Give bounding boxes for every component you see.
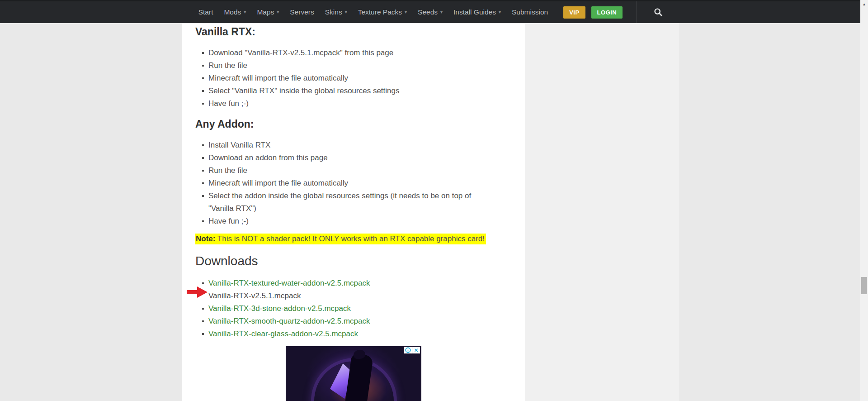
ad-banner[interactable]: ✕	[286, 346, 421, 401]
nav-item-seeds[interactable]: Seeds ▾	[412, 1, 448, 23]
download-link-3d-stone[interactable]: Vanilla-RTX-3d-stone-addon-v2.5.mcpack	[208, 304, 351, 313]
section-heading-any-addon: Any Addon:	[195, 118, 525, 130]
list-item: Select the addon inside the global resou…	[195, 190, 488, 215]
scrollbar-up-arrow[interactable]: ▲	[860, 1, 868, 7]
nav-item-mods[interactable]: Mods ▾	[218, 1, 251, 23]
page-container: Vanilla RTX: Download "Vanilla-RTX-v2.5.…	[182, 23, 679, 401]
article-content: Vanilla RTX: Download "Vanilla-RTX-v2.5.…	[182, 23, 525, 401]
nav-item-skins[interactable]: Skins ▾	[320, 1, 353, 23]
ad-info-icon	[405, 347, 411, 353]
list-item: Minecraft will import the file automatic…	[195, 72, 488, 85]
login-button[interactable]: LOGIN	[591, 6, 623, 19]
ad-badges: ✕	[404, 347, 420, 353]
list-item: Vanilla-RTX-smooth-quartz-addon-v2.5.mcp…	[195, 315, 525, 328]
nav-item-start[interactable]: Start	[193, 1, 219, 23]
chevron-down-icon: ▾	[405, 10, 407, 14]
list-item: Have fun ;-)	[195, 215, 488, 228]
downloads-list: Vanilla-RTX-textured-water-addon-v2.5.mc…	[195, 277, 525, 340]
download-link-clear-glass[interactable]: Vanilla-RTX-clear-glass-addon-v2.5.mcpac…	[208, 329, 358, 338]
nav-menu: Start Mods ▾ Maps ▾ Servers Skins ▾ Text…	[193, 1, 668, 23]
page-scrollbar[interactable]: ▲	[860, 0, 868, 401]
list-item: Vanilla-RTX-3d-stone-addon-v2.5.mcpack	[195, 302, 525, 315]
nav-item-label: Mods	[224, 8, 241, 16]
nav-item-label: Install Guides	[453, 8, 496, 16]
search-icon	[654, 8, 663, 17]
nav-item-label: Submission	[512, 8, 548, 16]
download-link-textured-water[interactable]: Vanilla-RTX-textured-water-addon-v2.5.mc…	[208, 279, 370, 287]
note-text: This is NOT a shader pack! It ONLY works…	[215, 234, 485, 243]
nav-item-label: Maps	[257, 8, 274, 16]
nav-item-submission[interactable]: Submission	[506, 1, 553, 23]
search-button[interactable]	[649, 1, 667, 23]
nav-item-install-guides[interactable]: Install Guides ▾	[448, 1, 506, 23]
red-pointer-arrow-icon	[187, 286, 208, 298]
ad-close-button[interactable]: ✕	[412, 347, 420, 353]
note-label: Note:	[196, 234, 215, 243]
list-item: Minecraft will import the file automatic…	[195, 177, 488, 190]
list-item: Install Vanilla RTX	[195, 139, 488, 152]
scrollbar-thumb[interactable]	[861, 277, 867, 294]
list-item: Download an addon from this page	[195, 152, 488, 164]
list-item: Select "Vanilla RTX" inside the global r…	[195, 85, 488, 97]
nav-item-maps[interactable]: Maps ▾	[251, 1, 284, 23]
nav-item-label: Servers	[290, 8, 314, 16]
nav-item-servers[interactable]: Servers	[284, 1, 319, 23]
list-item: Have fun ;-)	[195, 97, 488, 110]
note-line: Note: This is NOT a shader pack! It ONLY…	[195, 234, 525, 244]
nav-item-label: Seeds	[418, 8, 438, 16]
close-icon: ✕	[414, 348, 418, 353]
list-item: Vanilla-RTX-textured-water-addon-v2.5.mc…	[195, 277, 525, 290]
nav-item-label: Texture Packs	[358, 8, 402, 16]
chevron-down-icon: ▾	[277, 10, 279, 14]
vip-button[interactable]: VIP	[563, 6, 585, 19]
nav-item-label: Start	[198, 8, 213, 16]
chevron-down-icon: ▾	[499, 10, 501, 14]
downloads-heading: Downloads	[195, 253, 525, 269]
chevron-down-icon: ▾	[440, 10, 443, 14]
list-item: Vanilla-RTX-clear-glass-addon-v2.5.mcpac…	[195, 328, 525, 340]
download-link-smooth-quartz[interactable]: Vanilla-RTX-smooth-quartz-addon-v2.5.mcp…	[208, 317, 370, 325]
list-item: Run the file	[195, 164, 488, 177]
ad-info-button[interactable]	[404, 347, 412, 353]
section-heading-vanilla-rtx: Vanilla RTX:	[195, 25, 525, 38]
list-item: Download "Vanilla-RTX-v2.5.1.mcpack" fro…	[195, 47, 488, 59]
note-highlight: Note: This is NOT a shader pack! It ONLY…	[195, 234, 486, 244]
install-steps-vanilla-rtx: Download "Vanilla-RTX-v2.5.1.mcpack" fro…	[195, 47, 525, 110]
chevron-down-icon: ▾	[244, 10, 246, 14]
install-steps-any-addon: Install Vanilla RTX Download an addon fr…	[195, 139, 525, 228]
list-item: Run the file	[195, 59, 488, 72]
top-navbar: Start Mods ▾ Maps ▾ Servers Skins ▾ Text…	[0, 0, 860, 23]
list-item-highlighted-file: Vanilla-RTX-v2.5.1.mcpack	[195, 290, 525, 302]
nav-item-texture-packs[interactable]: Texture Packs ▾	[353, 1, 412, 23]
nav-divider	[636, 1, 637, 23]
chevron-down-icon: ▾	[345, 10, 347, 14]
nav-item-label: Skins	[325, 8, 342, 16]
